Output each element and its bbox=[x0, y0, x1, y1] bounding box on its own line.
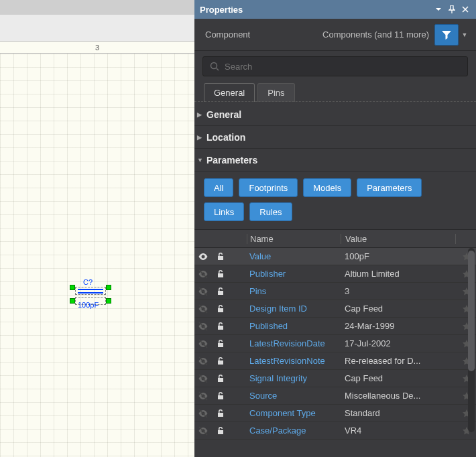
parameter-row[interactable]: Value100pF bbox=[194, 248, 476, 265]
parameter-name[interactable]: LatestRevisionNote bbox=[247, 356, 341, 366]
lock-icon[interactable] bbox=[212, 339, 229, 348]
search-input[interactable] bbox=[225, 62, 461, 72]
parameter-row[interactable]: LatestRevisionNoteRe-released for D... bbox=[194, 352, 476, 370]
lock-icon[interactable] bbox=[212, 391, 229, 401]
parameter-row[interactable]: Design Item IDCap Feed bbox=[194, 300, 476, 318]
parameter-value[interactable]: Re-released for D... bbox=[341, 356, 457, 366]
lock-icon[interactable] bbox=[212, 252, 229, 261]
lock-icon[interactable] bbox=[212, 374, 229, 383]
lock-icon[interactable] bbox=[212, 287, 229, 296]
panel-title: Properties bbox=[200, 5, 243, 15]
close-icon[interactable] bbox=[460, 4, 471, 15]
filter-button[interactable] bbox=[434, 24, 459, 46]
ruler-horizontal: 3 bbox=[0, 42, 194, 54]
lock-icon[interactable] bbox=[212, 269, 229, 279]
filter-chip-rules[interactable]: Rules bbox=[249, 202, 292, 221]
filter-chip-models[interactable]: Models bbox=[303, 178, 351, 197]
chevron-down-icon: ▼ bbox=[197, 157, 206, 164]
parameter-value[interactable]: Miscellaneous De... bbox=[341, 391, 457, 401]
filter-dropdown-caret[interactable]: ▼ bbox=[460, 31, 469, 38]
panel-titlebar[interactable]: Properties bbox=[194, 0, 476, 19]
selection-rect bbox=[75, 287, 106, 295]
parameter-name[interactable]: Publisher bbox=[247, 269, 341, 279]
visibility-toggle-icon[interactable] bbox=[194, 251, 212, 262]
filter-summary[interactable]: Components (and 11 more) bbox=[322, 29, 429, 40]
parameter-name[interactable]: Value bbox=[247, 251, 341, 261]
visibility-toggle-icon[interactable] bbox=[194, 391, 212, 401]
visibility-toggle-icon[interactable] bbox=[194, 304, 212, 314]
scrollbar-thumb[interactable] bbox=[468, 251, 475, 371]
tab-pins[interactable]: Pins bbox=[257, 83, 294, 102]
schematic-canvas[interactable]: 3 C? 100pF bbox=[0, 0, 194, 457]
section-location[interactable]: ▶ Location bbox=[194, 126, 476, 149]
parameter-name[interactable]: Source bbox=[247, 391, 341, 401]
parameter-row[interactable]: Case/PackageVR4 bbox=[194, 422, 476, 440]
capacitor-plate-top bbox=[78, 289, 103, 290]
parameters-table-header: Name Value bbox=[194, 229, 476, 248]
filter-chip-parameters[interactable]: Parameters bbox=[357, 178, 422, 197]
parameter-name[interactable]: Published bbox=[247, 321, 341, 331]
visibility-toggle-icon[interactable] bbox=[194, 321, 212, 332]
filter-chip-footprints[interactable]: Footprints bbox=[239, 178, 298, 197]
parameter-value[interactable]: VR4 bbox=[341, 426, 457, 436]
column-name[interactable]: Name bbox=[247, 234, 341, 244]
visibility-toggle-icon[interactable] bbox=[194, 356, 212, 367]
parameter-value[interactable]: 24-Mar-1999 bbox=[341, 321, 457, 331]
parameter-name[interactable]: Signal Integrity bbox=[247, 373, 341, 383]
section-label: Location bbox=[206, 132, 245, 143]
parameter-name[interactable]: Design Item ID bbox=[247, 304, 341, 314]
resize-handle[interactable] bbox=[70, 285, 75, 290]
lock-icon[interactable] bbox=[212, 409, 229, 418]
parameter-name[interactable]: Case/Package bbox=[247, 426, 341, 436]
parameter-value[interactable]: Cap Feed bbox=[341, 373, 457, 383]
parameter-row[interactable]: Published24-Mar-1999 bbox=[194, 318, 476, 335]
filter-chip-all[interactable]: All bbox=[204, 178, 233, 197]
canvas-grid[interactable]: C? 100pF bbox=[0, 54, 194, 457]
parameter-name[interactable]: LatestRevisionDate bbox=[247, 338, 341, 348]
lock-icon[interactable] bbox=[212, 356, 229, 366]
canvas-toolbar bbox=[0, 0, 194, 42]
parameter-row[interactable]: PublisherAltium Limited bbox=[194, 265, 476, 283]
parameter-name[interactable]: Pins bbox=[247, 286, 341, 296]
parameter-row[interactable]: SourceMiscellaneous De... bbox=[194, 387, 476, 405]
parameter-value[interactable]: 100pF bbox=[341, 251, 457, 261]
lock-icon[interactable] bbox=[212, 426, 229, 436]
parameter-row[interactable]: Component TypeStandard bbox=[194, 405, 476, 422]
resize-handle[interactable] bbox=[106, 285, 111, 290]
search-icon bbox=[210, 62, 219, 71]
component-designator[interactable]: C? bbox=[83, 278, 93, 286]
parameter-row[interactable]: Signal IntegrityCap Feed bbox=[194, 370, 476, 387]
lock-icon[interactable] bbox=[212, 304, 229, 314]
parameter-name[interactable]: Component Type bbox=[247, 408, 341, 418]
parameter-value[interactable]: Altium Limited bbox=[341, 269, 457, 279]
section-label: General bbox=[206, 109, 241, 120]
pin-icon[interactable] bbox=[447, 4, 457, 15]
component-value-label[interactable]: 100pF bbox=[78, 301, 99, 309]
visibility-toggle-icon[interactable] bbox=[194, 408, 212, 419]
resize-handle[interactable] bbox=[106, 298, 111, 304]
column-value[interactable]: Value bbox=[341, 234, 456, 244]
parameter-value[interactable]: 17-Jul-2002 bbox=[341, 338, 457, 348]
parameter-value[interactable]: 3 bbox=[341, 286, 457, 296]
parameter-row[interactable]: Pins3 bbox=[194, 283, 476, 300]
visibility-toggle-icon[interactable] bbox=[194, 269, 212, 279]
capacitor-plate-bottom bbox=[78, 292, 103, 293]
panel-menu-icon[interactable] bbox=[433, 4, 444, 15]
section-general[interactable]: ▶ General bbox=[194, 103, 476, 126]
visibility-toggle-icon[interactable] bbox=[194, 286, 212, 297]
resize-handle[interactable] bbox=[70, 298, 75, 304]
ruler-mark: 3 bbox=[95, 42, 99, 54]
visibility-toggle-icon[interactable] bbox=[194, 373, 212, 384]
visibility-toggle-icon[interactable] bbox=[194, 426, 212, 436]
parameter-value[interactable]: Standard bbox=[341, 408, 457, 418]
capacitor-component[interactable]: C? 100pF bbox=[70, 278, 111, 318]
object-kind-label: Component bbox=[205, 29, 250, 40]
visibility-toggle-icon[interactable] bbox=[194, 338, 212, 349]
search-box[interactable] bbox=[202, 56, 468, 76]
parameter-row[interactable]: LatestRevisionDate17-Jul-2002 bbox=[194, 335, 476, 352]
tab-general[interactable]: General bbox=[204, 83, 255, 102]
parameter-value[interactable]: Cap Feed bbox=[341, 304, 457, 314]
lock-icon[interactable] bbox=[212, 322, 229, 331]
section-parameters[interactable]: ▼ Parameters bbox=[194, 149, 476, 172]
filter-chip-links[interactable]: Links bbox=[204, 202, 244, 221]
